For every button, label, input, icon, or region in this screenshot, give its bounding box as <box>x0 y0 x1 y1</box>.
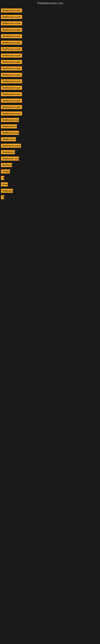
result-badge[interactable]: Bottleneck result <box>1 54 22 58</box>
result-badge[interactable]: Bottleneck result <box>1 28 22 32</box>
list-item: Bottleneck result <box>1 150 99 154</box>
list-item: Bottleneck result <box>1 34 99 38</box>
result-badge[interactable]: Bottleneck result <box>1 98 22 103</box>
result-badge[interactable]: Bottleneck result <box>1 156 19 160</box>
result-badge[interactable]: Bottleneck result <box>1 163 12 167</box>
list-item: Bottleneck result <box>1 60 99 64</box>
result-badge[interactable]: Bottleneck result <box>1 8 22 12</box>
list-item: Bottleneck result <box>1 86 99 90</box>
list-item: Bottleneck result <box>1 28 99 32</box>
list-item: Bottleneck result <box>1 8 99 12</box>
result-badge[interactable]: Bottleneck result <box>1 21 22 25</box>
result-badge[interactable]: Bottleneck result <box>1 66 22 70</box>
result-badge[interactable]: Bottleneck result <box>1 15 22 19</box>
result-badge[interactable]: Bottleneck result <box>1 105 22 109</box>
list-item: Bottleneck result <box>1 105 99 109</box>
list-item: Bottleneck result <box>1 163 99 167</box>
result-badge[interactable]: Bottleneck result <box>1 79 22 83</box>
list-item: Bottleneck result <box>1 182 99 186</box>
result-badge[interactable]: Bottleneck result <box>1 47 22 51</box>
list-item: Bottleneck result <box>1 176 99 180</box>
result-badge[interactable]: Bottleneck result <box>1 86 22 90</box>
list-item: Bottleneck result <box>1 118 99 122</box>
result-badge[interactable]: Bottleneck result <box>1 60 22 64</box>
list-item: Bottleneck result <box>1 15 99 19</box>
result-badge[interactable]: Bottleneck result <box>1 195 4 199</box>
result-badge[interactable]: Bottleneck result <box>1 189 13 193</box>
result-badge[interactable]: Bottleneck result <box>1 131 19 135</box>
list-item: Bottleneck result <box>1 47 99 51</box>
result-badge[interactable]: Bottleneck result <box>1 170 10 174</box>
list-item: Bottleneck result <box>1 156 99 160</box>
list-item: Bottleneck result <box>1 54 99 58</box>
result-badge[interactable]: Bottleneck result <box>1 182 8 186</box>
results-container: Bottleneck resultBottleneck resultBottle… <box>0 6 100 204</box>
result-badge[interactable]: Bottleneck result <box>1 137 16 141</box>
list-item: Bottleneck result <box>1 189 99 193</box>
list-item: Bottleneck result <box>1 73 99 77</box>
result-badge[interactable]: Bottleneck result <box>1 34 22 38</box>
site-title: TheBottlenecker.com <box>0 0 100 6</box>
list-item: Bottleneck result <box>1 21 99 25</box>
list-item: Bottleneck result <box>1 131 99 135</box>
result-badge[interactable]: Bottleneck result <box>1 144 21 148</box>
list-item: Bottleneck result <box>1 137 99 141</box>
result-badge[interactable]: Bottleneck result <box>1 41 22 45</box>
result-badge[interactable]: Bottleneck result <box>1 124 17 128</box>
list-item: Bottleneck result <box>1 144 99 148</box>
result-badge[interactable]: Bottleneck result <box>1 176 4 180</box>
list-item: Bottleneck result <box>1 41 99 45</box>
list-item: Bottleneck result <box>1 92 99 96</box>
list-item: Bottleneck result <box>1 124 99 128</box>
result-badge[interactable]: Bottleneck result <box>1 92 22 96</box>
result-badge[interactable]: Bottleneck result <box>1 118 19 122</box>
result-badge[interactable]: Bottleneck result <box>1 112 22 116</box>
result-badge[interactable]: Bottleneck result <box>1 73 22 77</box>
list-item: Bottleneck result <box>1 170 99 174</box>
result-badge[interactable]: Bottleneck result <box>1 150 15 154</box>
list-item: Bottleneck result <box>1 66 99 70</box>
list-item: Bottleneck result <box>1 112 99 116</box>
list-item: Bottleneck result <box>1 195 99 199</box>
list-item: Bottleneck result <box>1 98 99 103</box>
list-item: Bottleneck result <box>1 79 99 83</box>
